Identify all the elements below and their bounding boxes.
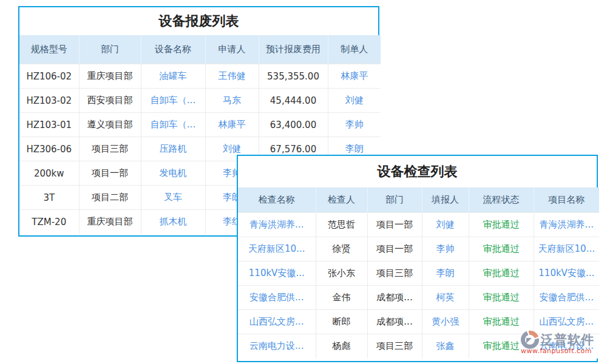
column-header: 流程状态 <box>469 187 534 213</box>
table-cell[interactable]: 李朗 <box>422 261 469 286</box>
table-cell: 西安项目部 <box>79 89 141 113</box>
table-cell: 45,444.00 <box>259 89 328 113</box>
table-cell[interactable]: 山西弘文房... <box>238 310 316 334</box>
table-cell[interactable]: 李帅 <box>422 237 469 261</box>
table-cell: 63,400.00 <box>259 113 328 137</box>
table-cell[interactable]: 刘健 <box>328 89 381 113</box>
table-cell[interactable]: 林康平 <box>205 113 259 137</box>
table-cell[interactable]: 刘健 <box>422 213 469 237</box>
table-cell: HZ306-06 <box>19 137 79 161</box>
column-header: 部门 <box>79 35 141 64</box>
table-cell[interactable]: 自卸车（... <box>141 113 205 137</box>
table-cell: 范思哲 <box>316 213 367 237</box>
table-cell[interactable]: 天府新区10... <box>534 237 599 261</box>
table-cell: 项目三部 <box>79 137 141 161</box>
table-cell: 张小东 <box>316 261 367 286</box>
table-cell[interactable]: 油罐车 <box>141 64 205 89</box>
table-cell: 遵义项目部 <box>79 113 141 137</box>
table-cell[interactable]: 云南电力设... <box>238 334 316 359</box>
table-cell[interactable]: 安徽合肥供... <box>534 286 599 310</box>
table-cell: HZ103-01 <box>19 113 79 137</box>
table-cell: 金伟 <box>316 286 367 310</box>
column-header: 部门 <box>367 187 422 213</box>
column-header: 填报人 <box>422 187 469 213</box>
table-cell[interactable]: 110kV安徽... <box>534 261 599 286</box>
table-cell: 项目二部 <box>79 186 141 210</box>
table-cell: 项目一部 <box>367 237 422 261</box>
table-cell: 3T <box>19 186 79 210</box>
table-cell: 徐贤 <box>316 237 367 261</box>
table-cell[interactable]: 柯英 <box>422 286 469 310</box>
table-cell[interactable]: 抓木机 <box>141 210 205 234</box>
column-header: 设备名称 <box>141 35 205 64</box>
table-cell[interactable]: 林康平 <box>328 64 381 89</box>
table-cell[interactable]: 安徽合肥供... <box>238 286 316 310</box>
column-header: 规格型号 <box>19 35 79 64</box>
fanpu-logo-icon <box>521 331 539 349</box>
table-cell: 重庆项目部 <box>79 210 141 234</box>
inspection-header-row: 检查名称检查人部门填报人流程状态项目名称 <box>238 187 599 213</box>
table-cell: 成都项... <box>367 310 422 334</box>
table-cell[interactable]: 压路机 <box>141 137 205 161</box>
table-cell[interactable]: 青海洪湖养... <box>534 213 599 237</box>
table-row[interactable]: 天府新区10...徐贤项目一部李帅审批通过天府新区10... <box>238 237 599 261</box>
table-cell: 重庆项目部 <box>79 64 141 89</box>
scrap-list-title: 设备报废列表 <box>19 7 378 35</box>
table-cell[interactable]: 叉车 <box>141 186 205 210</box>
table-cell: 200kw <box>19 161 79 186</box>
table-cell: 535,355.00 <box>259 64 328 89</box>
table-row[interactable]: 110kV安徽...张小东项目三部李朗审批通过110kV安徽... <box>238 261 599 286</box>
watermark-brand-text: 泛普软件 <box>541 331 594 348</box>
table-cell: 项目三部 <box>367 261 422 286</box>
column-header: 预计报废费用 <box>259 35 328 64</box>
table-cell: 项目三部 <box>367 334 422 359</box>
table-row[interactable]: 安徽合肥供...金伟成都项...柯英审批通过安徽合肥供... <box>238 286 599 310</box>
column-header: 项目名称 <box>534 187 599 213</box>
table-cell[interactable]: 张鑫 <box>422 334 469 359</box>
table-cell[interactable]: 黄小强 <box>422 310 469 334</box>
table-cell[interactable]: 马东 <box>205 89 259 113</box>
table-cell: 成都项... <box>367 286 422 310</box>
table-cell: 项目一部 <box>367 213 422 237</box>
table-row[interactable]: HZ103-01遵义项目部自卸车（...林康平63,400.00李帅 <box>19 113 381 137</box>
table-cell: 审批通过 <box>469 213 534 237</box>
table-cell: TZM-20 <box>19 210 79 234</box>
table-row[interactable]: HZ106-02重庆项目部油罐车王伟健535,355.00林康平 <box>19 64 381 89</box>
table-cell: 审批通过 <box>469 261 534 286</box>
inspection-list-title: 设备检查列表 <box>238 156 597 187</box>
table-cell: 杨彪 <box>316 334 367 359</box>
column-header: 申请人 <box>205 35 259 64</box>
table-cell: HZ103-02 <box>19 89 79 113</box>
table-cell[interactable]: 发电机 <box>141 161 205 186</box>
column-header: 检查人 <box>316 187 367 213</box>
table-cell: 审批通过 <box>469 286 534 310</box>
table-cell: 断郎 <box>316 310 367 334</box>
table-row[interactable]: 青海洪湖养...范思哲项目一部刘健审批通过青海洪湖养... <box>238 213 599 237</box>
table-cell: 项目一部 <box>79 161 141 186</box>
table-cell[interactable]: 李帅 <box>328 113 381 137</box>
table-cell[interactable]: 青海洪湖养... <box>238 213 316 237</box>
table-cell[interactable]: 自卸车（... <box>141 89 205 113</box>
column-header: 检查名称 <box>238 187 316 213</box>
table-cell: HZ106-02 <box>19 64 79 89</box>
fanpu-watermark: 泛普软件 www.fanpusoft.com <box>521 331 605 355</box>
column-header: 制单人 <box>328 35 381 64</box>
table-cell[interactable]: 天府新区10... <box>238 237 316 261</box>
table-cell: 审批通过 <box>469 237 534 261</box>
table-row[interactable]: HZ103-02西安项目部自卸车（...马东45,444.00刘健 <box>19 89 381 113</box>
scrap-header-row: 规格型号部门设备名称申请人预计报废费用制单人 <box>19 35 381 64</box>
table-cell[interactable]: 110kV安徽... <box>238 261 316 286</box>
table-cell[interactable]: 王伟健 <box>205 64 259 89</box>
